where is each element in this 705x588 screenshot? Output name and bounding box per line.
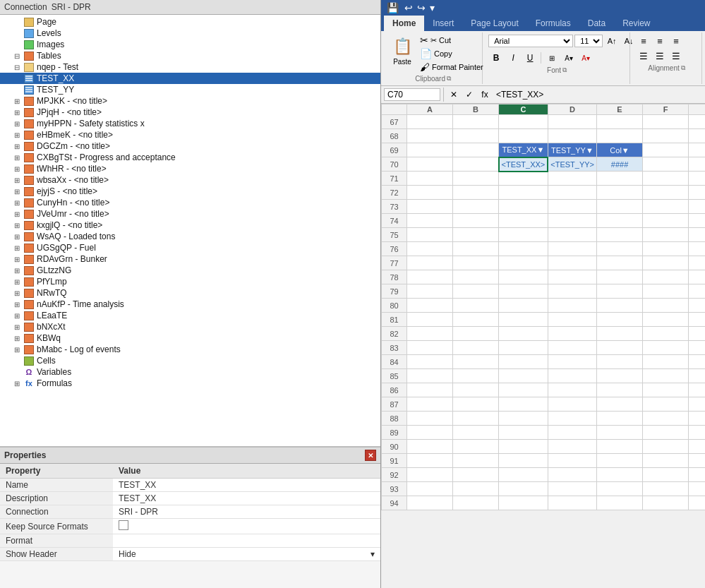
cell-74-4[interactable] [597, 214, 643, 228]
cell-93-5[interactable] [643, 482, 689, 496]
italic-button[interactable]: I [505, 51, 521, 65]
cell-88-0[interactable] [407, 412, 453, 426]
cell-92-6[interactable] [689, 468, 705, 482]
cell-73-6[interactable] [689, 200, 705, 214]
cell-77-2[interactable] [499, 256, 548, 270]
cell-69-0[interactable] [407, 143, 453, 157]
tree-item-variables[interactable]: ΩVariables [0, 366, 380, 378]
cell-70-1[interactable] [453, 157, 499, 172]
alignment-expand-icon[interactable]: ⧉ [681, 64, 685, 72]
expand-btn-bnxcxt[interactable]: ⊞ [11, 323, 23, 331]
cell-77-4[interactable] [597, 256, 643, 270]
cell-81-1[interactable] [453, 313, 499, 327]
cell-75-4[interactable] [597, 228, 643, 242]
align-right-button[interactable]: ☰ [668, 49, 684, 63]
col-header-D[interactable]: D [548, 104, 596, 115]
cell-73-0[interactable] [407, 200, 453, 214]
cell-84-2[interactable] [499, 355, 548, 369]
cell-84-0[interactable] [407, 355, 453, 369]
cell-69-3[interactable]: TEST_YY▼ [548, 143, 596, 157]
cell-78-6[interactable] [689, 270, 705, 284]
cell-88-1[interactable] [453, 412, 499, 426]
row-header-71[interactable]: 71 [382, 172, 407, 186]
row-header-93[interactable]: 93 [382, 482, 407, 496]
cell-67-0[interactable] [407, 115, 453, 129]
col-header-B[interactable]: B [453, 104, 499, 115]
format-painter-button[interactable]: 🖌 Format Painter [418, 61, 486, 73]
cell-94-6[interactable] [689, 496, 705, 510]
cell-85-3[interactable] [548, 369, 596, 383]
cell-87-0[interactable] [407, 397, 453, 412]
tree-item-nqep[interactable]: ⊟nqep - Test [0, 61, 380, 73]
cell-92-0[interactable] [407, 468, 453, 482]
cell-85-4[interactable] [597, 369, 643, 383]
cell-68-6[interactable] [689, 129, 705, 143]
cell-92-4[interactable] [597, 468, 643, 482]
row-header-77[interactable]: 77 [382, 256, 407, 270]
undo-button[interactable]: ↩ [403, 2, 414, 13]
font-size-select[interactable]: 11 [574, 35, 603, 47]
cell-91-5[interactable] [643, 454, 689, 468]
align-top-center-button[interactable]: ≡ [652, 34, 668, 48]
align-top-right-button[interactable]: ≡ [668, 34, 684, 48]
cell-78-0[interactable] [407, 270, 453, 284]
clipboard-expand-icon[interactable]: ⧉ [447, 75, 451, 83]
cell-69-1[interactable] [453, 143, 499, 157]
cell-83-2[interactable] [499, 341, 548, 355]
row-header-90[interactable]: 90 [382, 440, 407, 454]
cell-88-5[interactable] [643, 412, 689, 426]
cell-86-0[interactable] [407, 383, 453, 397]
cell-88-3[interactable] [548, 412, 596, 426]
expand-btn-nrwtq[interactable]: ⊞ [11, 289, 23, 297]
expand-btn-naukfp[interactable]: ⊞ [11, 301, 23, 308]
cell-77-0[interactable] [407, 256, 453, 270]
font-color-button[interactable]: A▾ [578, 51, 593, 65]
tree-item-formulas[interactable]: ⊞fxFormulas [0, 378, 380, 389]
align-left-button[interactable]: ☰ [636, 49, 651, 63]
expand-btn-bmabc[interactable]: ⊞ [11, 346, 23, 354]
tree-item-bnxcxt[interactable]: ⊞bNXcXt [0, 321, 380, 332]
cell-86-1[interactable] [453, 383, 499, 397]
cell-93-1[interactable] [453, 482, 499, 496]
row-header-69[interactable]: 69 [382, 143, 407, 157]
cell-83-4[interactable] [597, 341, 643, 355]
cell-82-5[interactable] [643, 327, 689, 341]
cell-68-3[interactable] [548, 129, 596, 143]
tree-item-cxbgtst[interactable]: ⊞CXBgTSt - Progress and acceptance [0, 152, 380, 163]
tree-item-leaate[interactable]: ⊞LEaaTE [0, 310, 380, 321]
tree-item-cells[interactable]: Cells [0, 355, 380, 366]
tree-item-kxgjlq[interactable]: ⊞kxgjlQ - <no title> [0, 220, 380, 231]
cell-81-5[interactable] [643, 313, 689, 327]
tree-item-pfylmp[interactable]: ⊞PfYLmp [0, 276, 380, 287]
row-header-94[interactable]: 94 [382, 496, 407, 510]
cell-85-5[interactable] [643, 369, 689, 383]
cell-79-6[interactable] [689, 284, 705, 299]
tree-item-ejyjs[interactable]: ⊞ejyjS - <no title> [0, 186, 380, 197]
cell-68-1[interactable] [453, 129, 499, 143]
row-header-83[interactable]: 83 [382, 341, 407, 355]
tree-item-jveumr[interactable]: ⊞JVeUmr - <no title> [0, 208, 380, 220]
row-header-84[interactable]: 84 [382, 355, 407, 369]
cell-73-1[interactable] [453, 200, 499, 214]
fill-color-button[interactable]: A▾ [561, 51, 577, 65]
cell-91-1[interactable] [453, 454, 499, 468]
expand-btn-gltzng[interactable]: ⊞ [11, 267, 23, 275]
cell-74-5[interactable] [643, 214, 689, 228]
cell-70-0[interactable] [407, 157, 453, 172]
cell-71-0[interactable] [407, 172, 453, 186]
expand-btn-mpjkk[interactable]: ⊞ [11, 97, 23, 105]
cell-82-0[interactable] [407, 327, 453, 341]
cell-92-3[interactable] [548, 468, 596, 482]
cell-88-6[interactable] [689, 412, 705, 426]
spreadsheet-container[interactable]: A B C D E F G 676869TEST_XX▼TEST_YY▼Col▼… [381, 104, 705, 510]
tree-item-dgczm[interactable]: ⊞DGCZm - <no title> [0, 140, 380, 152]
cell-79-2[interactable] [499, 284, 548, 299]
property-value-5[interactable]: Hide▾ [113, 548, 380, 561]
cell-80-6[interactable] [689, 299, 705, 313]
expand-btn-cunyhn[interactable]: ⊞ [11, 199, 23, 207]
cell-87-6[interactable] [689, 397, 705, 412]
cell-87-4[interactable] [597, 397, 643, 412]
expand-btn-wvssaq[interactable]: ⊞ [11, 233, 23, 241]
cell-75-0[interactable] [407, 228, 453, 242]
formula-insert-function-button[interactable]: fx [478, 88, 492, 102]
